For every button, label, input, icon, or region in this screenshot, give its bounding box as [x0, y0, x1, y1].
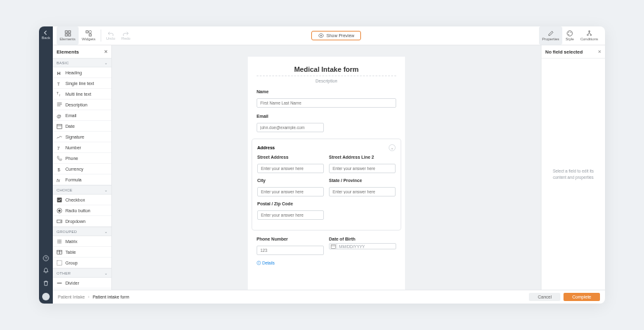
element-group[interactable]: Group [53, 258, 111, 268]
element-formula[interactable]: fxFormula [53, 174, 111, 185]
field-phone[interactable]: Phone Number [257, 237, 324, 255]
workspace: Elements × BASIC⌄ HHeading TSingle line … [53, 45, 605, 290]
widgets-tab[interactable]: Widgets [79, 26, 99, 45]
field-dob[interactable]: Date of Birth MM/DD/YYYY [329, 237, 396, 255]
svg-text:T: T [57, 81, 60, 86]
breadcrumb[interactable]: Patient Intake [58, 295, 85, 299]
chevron-down-icon: ⌄ [104, 229, 108, 234]
svg-point-35 [58, 242, 59, 244]
svg-text:H: H [57, 70, 60, 76]
breadcrumb[interactable]: Patient intake form [92, 295, 129, 299]
left-rail: Back ? [39, 26, 53, 304]
at-icon: @ [57, 113, 62, 118]
element-checkbox[interactable]: Checkbox [53, 195, 111, 205]
street2-input[interactable] [329, 164, 396, 173]
checkbox-icon [57, 197, 62, 203]
street1-input[interactable] [257, 164, 324, 173]
svg-rect-2 [65, 31, 67, 33]
bell-icon[interactable] [43, 265, 49, 277]
svg-rect-4 [65, 34, 67, 36]
element-signature[interactable]: Signature [53, 132, 111, 142]
svg-point-33 [59, 241, 60, 242]
svg-point-13 [589, 31, 590, 32]
redo-icon [123, 31, 129, 36]
svg-point-31 [60, 239, 62, 241]
element-table[interactable]: Table [53, 247, 111, 258]
label: Email [257, 114, 396, 118]
element-single-line[interactable]: TSingle line text [53, 78, 111, 89]
category-choice[interactable]: CHOICE⌄ [53, 185, 111, 195]
chevron-right-icon: › [88, 295, 89, 299]
field-email[interactable]: Email [248, 114, 405, 139]
radio-icon [57, 208, 62, 213]
cancel-button[interactable]: Cancel [529, 293, 560, 301]
svg-point-36 [59, 242, 60, 244]
element-currency[interactable]: $Currency [53, 164, 111, 174]
element-divider[interactable]: Divider [53, 278, 111, 288]
field-name[interactable]: Name [248, 89, 405, 114]
element-heading[interactable]: HHeading [53, 67, 111, 78]
dob-placeholder: MM/DD/YYYY [339, 244, 365, 249]
label: Street Address Line 2 [329, 155, 396, 159]
element-description[interactable]: Description [53, 100, 111, 110]
empty-message: Select a field to edit its content and p… [541, 59, 605, 290]
element-date[interactable]: Date [53, 121, 111, 132]
panel-scroll[interactable]: BASIC⌄ HHeading TSingle line text TTMult… [53, 58, 111, 290]
zip-input[interactable] [257, 210, 324, 220]
close-icon[interactable]: × [104, 48, 108, 55]
phone-input[interactable] [257, 246, 324, 255]
element-matrix[interactable]: Matrix [53, 236, 111, 247]
text-icon: T [57, 81, 62, 86]
label: Elements [60, 37, 75, 41]
element-radio[interactable]: Radio button [53, 205, 111, 216]
heading-icon: H [57, 70, 62, 76]
trash-icon[interactable] [43, 277, 49, 290]
svg-point-32 [58, 241, 59, 242]
collapse-button[interactable]: ⌄ [389, 144, 396, 151]
svg-point-14 [587, 35, 588, 36]
svg-rect-40 [331, 244, 335, 248]
form-description[interactable]: Description [248, 76, 405, 89]
footer: Patient Intake › Patient intake form Can… [53, 290, 605, 304]
form-canvas[interactable]: Medical Intake form Description Name Ema… [112, 45, 541, 290]
category-grouped[interactable]: GROUPED⌄ [53, 227, 111, 236]
widgets-icon [86, 30, 92, 37]
label: Undo [106, 37, 115, 40]
elements-tab[interactable]: Elements [57, 26, 79, 45]
close-icon[interactable]: × [598, 48, 601, 55]
email-input[interactable] [257, 123, 324, 132]
form-card: Medical Intake form Description Name Ema… [248, 57, 405, 290]
table-icon [57, 249, 62, 255]
help-icon[interactable]: ? [43, 252, 49, 265]
conditions-tab[interactable]: Conditions [577, 26, 601, 45]
properties-tab[interactable]: Properties [539, 26, 562, 45]
svg-text:?: ? [45, 256, 47, 260]
element-email[interactable]: @Email [53, 110, 111, 121]
avatar[interactable] [42, 293, 50, 300]
state-input[interactable] [329, 187, 396, 196]
details-link[interactable]: i Details [248, 261, 284, 265]
name-input[interactable] [257, 98, 396, 108]
svg-point-11 [570, 32, 571, 33]
city-input[interactable] [257, 187, 324, 196]
form-title[interactable]: Medical Intake form [257, 65, 396, 76]
show-preview-button[interactable]: Show Preview [311, 31, 361, 40]
svg-rect-25 [57, 197, 62, 202]
element-phone[interactable]: Phone [53, 153, 111, 164]
field-address[interactable]: Address ⌄ Street Address Street Address … [252, 139, 401, 230]
category-other[interactable]: OTHER⌄ [53, 268, 111, 278]
category-basic[interactable]: BASIC⌄ [53, 58, 111, 67]
svg-point-37 [60, 242, 62, 244]
element-number[interactable]: 7Number [53, 142, 111, 153]
back-button[interactable]: Back [42, 26, 50, 44]
svg-rect-39 [57, 260, 62, 265]
chevron-down-icon: ⌄ [104, 60, 108, 65]
group-icon [57, 260, 62, 266]
element-dropdown[interactable]: Dropdown [53, 216, 111, 227]
svg-rect-5 [68, 34, 70, 36]
style-tab[interactable]: Style [562, 26, 577, 45]
svg-text:T: T [59, 94, 61, 97]
complete-button[interactable]: Complete [564, 293, 600, 301]
undo-icon [108, 31, 114, 36]
element-multi-line[interactable]: TTMulti line text [53, 89, 111, 100]
